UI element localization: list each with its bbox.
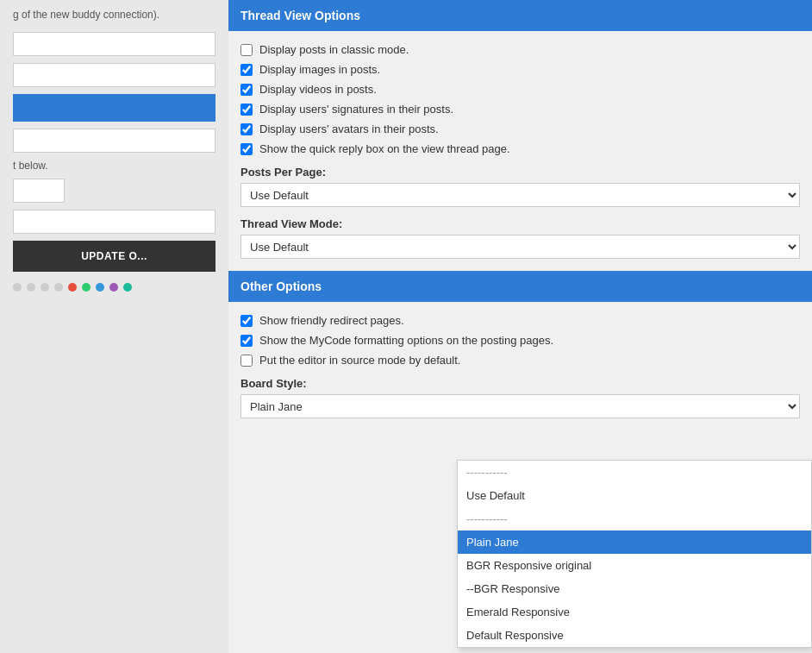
checkbox-quickreply-label: Show the quick reply box on the view thr…: [259, 142, 510, 155]
checkbox-signatures[interactable]: [240, 104, 253, 116]
other-options-section: Show friendly redirect pages. Show the M…: [228, 302, 812, 430]
dot-blue: [96, 283, 104, 292]
dropdown-separator-1: -----------: [458, 461, 811, 484]
board-style-dropdown[interactable]: ----------- Use Default ----------- Plai…: [457, 460, 812, 648]
checkbox-editor-label: Put the editor in source mode by default…: [259, 354, 460, 367]
checkbox-row-editor: Put the editor in source mode by default…: [240, 350, 800, 370]
left-input-3[interactable]: [13, 129, 215, 153]
checkbox-row-mycode: Show the MyCode formatting options on th…: [240, 330, 800, 350]
update-button[interactable]: UPDATE O...: [13, 241, 215, 272]
checkbox-row-videos: Display videos in posts.: [240, 79, 800, 99]
dropdown-item-emerald[interactable]: Emerald Responsive: [458, 600, 811, 624]
checkbox-row-quickreply: Show the quick reply box on the view thr…: [240, 139, 800, 159]
checkbox-signatures-label: Display users' signatures in their posts…: [259, 103, 453, 116]
posts-per-page-row: Posts Per Page: Use Default: [240, 159, 800, 210]
dropdown-item-bgr-original[interactable]: BGR Responsive original: [458, 554, 811, 577]
dropdown-separator-2: -----------: [458, 507, 811, 531]
checkbox-redirect-label: Show friendly redirect pages.: [259, 314, 404, 327]
checkbox-mycode[interactable]: [240, 335, 253, 347]
checkbox-avatars-label: Display users' avatars in their posts.: [259, 122, 439, 135]
dropdown-item-bgr-responsive[interactable]: --BGR Responsive: [458, 577, 811, 600]
checkbox-classic-label: Display posts in classic mode.: [259, 43, 409, 56]
dropdown-item-plain-jane[interactable]: Plain Jane: [458, 531, 811, 554]
board-style-label: Board Style:: [240, 377, 800, 390]
dot-row: [13, 279, 215, 296]
other-options-header: Other Options: [228, 271, 812, 302]
checkbox-editor[interactable]: [240, 355, 253, 367]
dot-gray-2: [27, 283, 35, 292]
posts-per-page-select[interactable]: Use Default: [240, 183, 800, 207]
dropdown-item-use-default[interactable]: Use Default: [458, 484, 811, 507]
dot-gray-1: [13, 283, 22, 292]
checkbox-mycode-label: Show the MyCode formatting options on th…: [259, 334, 553, 347]
dot-purple: [109, 283, 118, 292]
checkbox-videos[interactable]: [240, 84, 253, 96]
checkbox-row-avatars: Display users' avatars in their posts.: [240, 119, 800, 139]
dot-teal: [123, 283, 132, 292]
dropdown-item-default-responsive[interactable]: Default Responsive: [458, 624, 811, 647]
left-panel: g of the new buddy connection). t below.…: [0, 0, 228, 653]
dot-gray-3: [41, 283, 49, 292]
checkbox-avatars[interactable]: [240, 123, 253, 135]
left-input-small[interactable]: [13, 179, 65, 203]
checkbox-redirect[interactable]: [240, 315, 253, 327]
board-style-select[interactable]: Plain Jane: [240, 394, 800, 418]
left-input-1[interactable]: [13, 32, 215, 56]
thread-view-mode-label: Thread View Mode:: [240, 217, 800, 230]
dot-red: [68, 283, 77, 292]
thread-view-header: Thread View Options: [228, 0, 812, 31]
board-style-row: Board Style: Plain Jane: [240, 370, 800, 422]
checkbox-row-redirect: Show friendly redirect pages.: [240, 311, 800, 330]
left-input-2[interactable]: [13, 63, 215, 87]
dot-green: [82, 283, 91, 292]
checkbox-classic[interactable]: [240, 44, 253, 56]
checkbox-images-label: Display images in posts.: [259, 63, 380, 76]
dot-gray-4: [54, 283, 63, 292]
main-panel: Thread View Options Display posts in cla…: [228, 0, 812, 653]
buddy-text: g of the new buddy connection).: [13, 9, 215, 21]
left-button[interactable]: [13, 94, 215, 122]
checkbox-row-classic: Display posts in classic mode.: [240, 40, 800, 60]
thread-view-mode-row: Thread View Mode: Use Default: [240, 210, 800, 262]
left-text-below: t below.: [13, 160, 215, 172]
checkbox-quickreply[interactable]: [240, 143, 253, 155]
thread-view-options: Display posts in classic mode. Display i…: [228, 31, 812, 271]
checkbox-videos-label: Display videos in posts.: [259, 83, 377, 96]
page-wrapper: g of the new buddy connection). t below.…: [0, 0, 812, 653]
checkbox-row-images: Display images in posts.: [240, 60, 800, 79]
left-input-4[interactable]: [13, 210, 215, 234]
checkbox-row-signatures: Display users' signatures in their posts…: [240, 99, 800, 119]
thread-view-mode-select[interactable]: Use Default: [240, 235, 800, 259]
posts-per-page-label: Posts Per Page:: [240, 166, 800, 179]
checkbox-images[interactable]: [240, 64, 253, 76]
